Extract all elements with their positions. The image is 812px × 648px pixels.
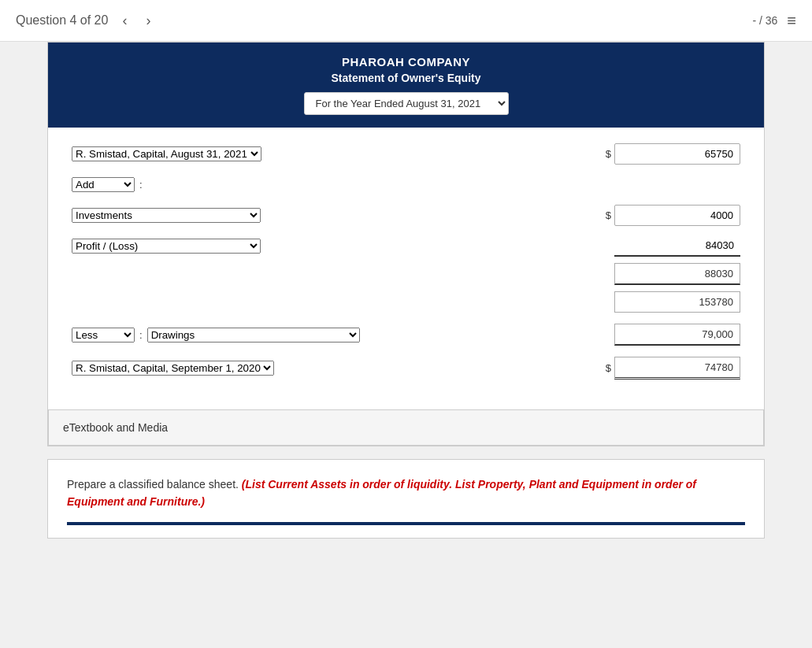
subtotal-row: 88030 <box>72 263 740 285</box>
final-capital-row: R. Smistad, Capital, September 1, 2020 $… <box>72 357 740 380</box>
etextbook-label: eTextbook and Media <box>63 421 168 434</box>
page-indicator: - / 36 <box>752 14 777 27</box>
add-select[interactable]: Add <box>72 177 135 192</box>
prev-button[interactable]: ‹ <box>117 11 132 31</box>
top-bar-left: Question 4 of 20 ‹ › <box>16 11 155 31</box>
add-colon: : <box>139 179 143 191</box>
profit-row: Profit / (Loss) <box>72 235 740 257</box>
dollar-sign-1: $ <box>606 148 611 160</box>
etextbook-bar: eTextbook and Media <box>48 409 764 446</box>
capital-row: R. Smistad, Capital, August 31, 2021 $ <box>72 143 740 165</box>
dollar-sign-3: $ <box>606 362 611 374</box>
drawings-value: 79,000 <box>614 324 740 346</box>
final-value: 74780 <box>614 357 740 380</box>
less-select[interactable]: Less <box>72 328 135 343</box>
profit-value-input[interactable] <box>614 235 740 257</box>
statement-card: PHAROAH COMPANY Statement of Owner's Equ… <box>47 42 765 446</box>
company-name: PHAROAH COMPANY <box>64 55 748 69</box>
capital-value-input[interactable] <box>614 143 740 165</box>
next-button[interactable]: › <box>141 11 155 31</box>
instruction-plain: Prepare a classified balance sheet. <box>67 478 242 491</box>
statement-header: PHAROAH COMPANY Statement of Owner's Equ… <box>48 43 764 128</box>
top-bar-right: - / 36 ≡ <box>752 12 796 30</box>
period-select-wrap: For the Year Ended August 31, 2021 <box>64 92 748 115</box>
investments-row: Investments $ <box>72 205 740 226</box>
add-row: Add : <box>72 177 740 192</box>
less-colon: : <box>139 329 143 341</box>
top-bar: Question 4 of 20 ‹ › - / 36 ≡ <box>0 0 812 42</box>
instruction-text: Prepare a classified balance sheet. (Lis… <box>67 476 745 511</box>
less-row: Less : Drawings 79,000 <box>72 324 740 346</box>
investments-value-input[interactable] <box>614 205 740 226</box>
subtotal-value: 88030 <box>614 263 740 285</box>
period-select[interactable]: For the Year Ended August 31, 2021 <box>304 92 509 115</box>
blue-bar <box>67 522 745 525</box>
capital-label-select[interactable]: R. Smistad, Capital, August 31, 2021 <box>72 146 261 161</box>
final-capital-select[interactable]: R. Smistad, Capital, September 1, 2020 <box>72 361 274 376</box>
statement-title: Statement of Owner's Equity <box>64 72 748 84</box>
form-area: R. Smistad, Capital, August 31, 2021 $ A… <box>48 128 764 409</box>
total-value: 153780 <box>614 291 740 313</box>
dollar-sign-2: $ <box>606 209 611 221</box>
main-content: PHAROAH COMPANY Statement of Owner's Equ… <box>0 42 812 554</box>
drawings-select[interactable]: Drawings <box>147 328 360 343</box>
total-row: 153780 <box>72 291 740 313</box>
investments-select[interactable]: Investments <box>72 208 261 223</box>
list-icon[interactable]: ≡ <box>787 12 796 30</box>
profit-select[interactable]: Profit / (Loss) <box>72 239 261 254</box>
instruction-card: Prepare a classified balance sheet. (Lis… <box>47 459 765 539</box>
question-label: Question 4 of 20 <box>16 13 108 28</box>
